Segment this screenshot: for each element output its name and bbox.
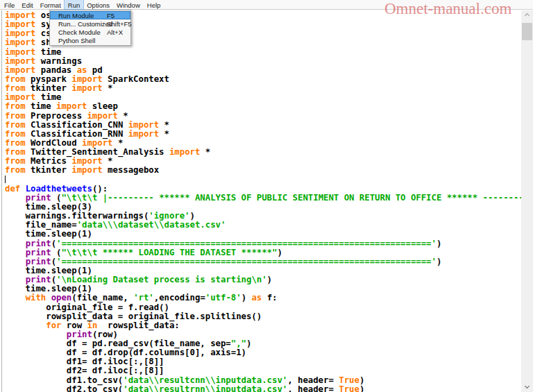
scroll-up-icon[interactable] — [525, 13, 530, 18]
idle-editor-window: FileEditFormatRunOptionsWindowHelp Run M… — [0, 0, 533, 392]
menu-run[interactable]: Run — [65, 0, 83, 9]
code-line: df2.to_csv('data\\resultrnn\\inputdata.c… — [5, 385, 521, 392]
menu-file[interactable]: File — [1, 0, 18, 9]
menu-window[interactable]: Window — [113, 0, 144, 9]
scrollbar-thumb[interactable] — [522, 23, 532, 40]
menu-item-shortcut: Alt+X — [107, 28, 130, 36]
menu-item-shortcut: F5 — [107, 12, 130, 19]
code-line: from tkinter import messagebox — [5, 166, 521, 175]
menu-item-run-customized[interactable]: Run... CustomizedShift+F5 — [50, 19, 130, 28]
menu-item-python-shell[interactable]: Python Shell — [50, 36, 130, 44]
vertical-scrollbar[interactable] — [521, 10, 533, 392]
code-line: from tkinter import * — [5, 84, 521, 93]
scroll-down-icon[interactable] — [525, 384, 530, 389]
run-dropdown-menu: Run ModuleF5Run... CustomizedShift+F5Che… — [49, 10, 131, 46]
code-editor[interactable]: import osimport sysimport csvimport shut… — [1, 10, 521, 392]
menu-item-label: Python Shell — [50, 37, 107, 44]
menu-item-run-module[interactable]: Run ModuleF5 — [50, 11, 130, 19]
menu-item-label: Run... Customized — [50, 20, 107, 28]
menu-item-label: Run Module — [50, 12, 107, 19]
text-cursor — [5, 176, 6, 183]
menu-item-check-module[interactable]: Check ModuleAlt+X — [50, 28, 130, 36]
menu-edit[interactable]: Edit — [18, 0, 36, 9]
menu-options[interactable]: Options — [83, 0, 113, 9]
code-line: import time — [5, 48, 521, 57]
menu-bar: FileEditFormatRunOptionsWindowHelp — [0, 0, 533, 10]
menu-help[interactable]: Help — [144, 0, 164, 9]
menu-item-shortcut: Shift+F5 — [107, 20, 132, 28]
menu-item-label: Check Module — [50, 28, 107, 36]
menu-format[interactable]: Format — [37, 0, 65, 9]
